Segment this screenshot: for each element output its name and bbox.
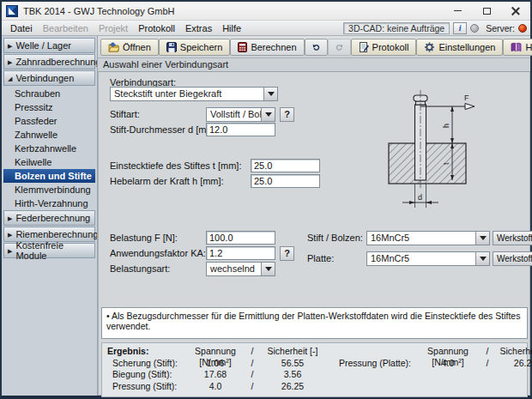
- einstecktiefe-label: Einstecktiefe des Stiftes t [mm]:: [110, 159, 241, 172]
- chevron-right-icon: ▶: [8, 248, 12, 254]
- sidebar-item-keilwelle[interactable]: Keilwelle: [3, 155, 95, 169]
- close-button[interactable]: [501, 2, 530, 20]
- menu-hilfe[interactable]: Hilfe: [217, 22, 246, 34]
- redo-icon: [336, 42, 343, 51]
- server-label: Server:: [486, 23, 515, 33]
- title-bar: TBK 2014 - GWJ Technology GmbH: [2, 2, 530, 21]
- menu-bar: Datei Bearbeiten Projekt Protokoll Extra…: [2, 21, 530, 36]
- chevron-down-icon[interactable]: [261, 108, 275, 121]
- col-header-sicherheit: Sicherheit [-]: [258, 346, 327, 358]
- result-row-pressung-platte: Pressung (Platte): 4.0 / 26.25: [327, 358, 532, 370]
- menu-projekt: Projekt: [94, 22, 133, 34]
- result-row-pressung-stift: Pressung (Stift): 4.0 / 26.25: [106, 381, 327, 393]
- stiftart-help-button[interactable]: ?: [280, 107, 294, 122]
- open-folder-icon: [108, 42, 119, 52]
- undo-button[interactable]: [305, 39, 328, 56]
- result-row-biegung-stift: Biegung (Stift): 17.68 / 3.56: [106, 369, 327, 381]
- menu-bearbeiten: Bearbeiten: [38, 22, 94, 34]
- anwendungsfaktor-label: Anwendungsfaktor KA:: [110, 246, 206, 260]
- chevron-right-icon: ▶: [8, 232, 12, 238]
- help-button[interactable]: Hilfe: [503, 39, 532, 56]
- chevron-down-icon[interactable]: [263, 88, 277, 100]
- sidebar-group-zahnradberechnung[interactable]: ▶ Zahnradberechnung: [3, 54, 95, 70]
- calculator-icon: [238, 42, 247, 52]
- sidebar-group-welle-lager[interactable]: ▶ Welle / Lager: [3, 38, 95, 53]
- chevron-right-icon: ▶: [8, 43, 12, 49]
- platte-werkstoff-label: Platte:: [307, 251, 334, 265]
- server-status-led: [518, 24, 527, 33]
- chevron-right-icon: ▶: [8, 59, 12, 65]
- col-header-spannung: Spannung [N/mm²]: [184, 346, 246, 358]
- maximize-button[interactable]: [472, 2, 501, 20]
- durchmesser-input[interactable]: [206, 123, 275, 136]
- stift-werkstoff-dropdown[interactable]: 16MnCr5: [366, 231, 490, 245]
- calculate-button[interactable]: Berechnen: [230, 39, 304, 56]
- chevron-down-icon[interactable]: [475, 232, 489, 245]
- sidebar-item-bolzen-und-stifte[interactable]: Bolzen und Stifte: [3, 169, 95, 183]
- sidebar-item-passfeder[interactable]: Passfeder: [3, 114, 95, 128]
- sidebar-item-hirth-verzahnung[interactable]: Hirth-Verzahnung: [3, 196, 95, 210]
- belastungsart-label: Belastungsart:: [110, 262, 170, 275]
- col-header-spannung: Spannung [N/mm²]: [414, 346, 481, 358]
- result-row-scherung-stift: Scherung (Stift): 1.06 / 56.55: [106, 358, 327, 370]
- anwendungsfaktor-input[interactable]: [206, 246, 275, 260]
- toolbar: Öffnen Speichern: [98, 36, 530, 58]
- menu-protokoll[interactable]: Protokoll: [133, 22, 180, 34]
- results-right-table: Spannung [N/mm²] / Sicherheit [-] Pressu…: [327, 346, 532, 392]
- diameter-label: d: [418, 193, 422, 202]
- menu-extras[interactable]: Extras: [180, 22, 217, 34]
- chevron-down-icon[interactable]: [475, 252, 489, 265]
- window-title: TBK 2014 - GWJ Technology GmbH: [23, 6, 174, 16]
- open-button[interactable]: Öffnen: [100, 39, 159, 56]
- force-arrow-icon: [465, 104, 475, 110]
- sidebar-group-federberechnung[interactable]: ▶ Federberechnung: [3, 210, 95, 226]
- save-button[interactable]: Speichern: [159, 39, 231, 56]
- chevron-right-icon: ▶: [8, 215, 12, 221]
- belastung-input[interactable]: [206, 231, 275, 245]
- menu-datei[interactable]: Datei: [5, 22, 38, 34]
- gear-icon: [424, 42, 435, 52]
- stift-werkstoff-label: Stift / Bolzen:: [307, 231, 363, 245]
- results-panel: Ergebnis: Spannung [N/mm²] / Sicherheit …: [101, 342, 528, 397]
- close-icon: [511, 7, 520, 15]
- sidebar-item-klemmverbindung[interactable]: Klemmverbindung: [3, 183, 95, 196]
- belastung-label: Belastung F [N]:: [110, 231, 178, 245]
- sidebar-navigation: ▶ Welle / Lager ▶ Zahnradberechnung ◢ Ve…: [2, 36, 98, 396]
- sidebar-item-zahnwelle[interactable]: Zahnwelle: [3, 128, 95, 142]
- sidebar-group-kostenfreie-module[interactable]: ▶ Kostenfreie Module: [3, 243, 95, 258]
- chevron-down-icon[interactable]: [261, 263, 275, 275]
- stift-werkstoff-button[interactable]: Werkstoff: [493, 231, 532, 245]
- cad-status-box: 3D-CAD: keine Aufträge: [343, 22, 450, 34]
- app-window: TBK 2014 - GWJ Technology GmbH Datei Bea…: [0, 0, 532, 399]
- force-label: F: [464, 94, 469, 102]
- protocol-button[interactable]: Protokoll: [351, 39, 417, 56]
- belastungsart-dropdown[interactable]: wechselnd: [206, 262, 275, 276]
- plate-hatched: [389, 143, 466, 184]
- platte-werkstoff-button[interactable]: Werkstoff: [493, 251, 532, 266]
- results-title: Ergebnis:: [106, 346, 184, 358]
- note-box: • Als Bezugsdurchmesser für die Ermittlu…: [101, 307, 528, 339]
- hebelarm-input[interactable]: [251, 174, 320, 188]
- cad-status-led: [470, 24, 479, 33]
- sidebar-item-schrauben[interactable]: Schrauben: [3, 87, 95, 100]
- lever-arm-label: h: [442, 124, 450, 128]
- sidebar-group-verbindungen[interactable]: ◢ Verbindungen: [3, 70, 95, 86]
- info-button[interactable]: i: [453, 22, 467, 34]
- einstecktiefe-input[interactable]: [251, 159, 320, 172]
- redo-button: [328, 39, 351, 56]
- verbindungsart-dropdown[interactable]: Steckstift unter Biegekraft: [110, 87, 278, 101]
- anwendungsfaktor-help-button[interactable]: ?: [280, 246, 294, 261]
- stiftart-label: Stiftart:: [110, 107, 140, 121]
- settings-button[interactable]: Einstellungen: [416, 39, 503, 56]
- platte-werkstoff-dropdown[interactable]: 16MnCr5: [366, 251, 490, 266]
- form-panel: Verbindungsart: Steckstift unter Biegekr…: [98, 72, 530, 396]
- undo-icon: [312, 42, 320, 51]
- sidebar-item-presssitz[interactable]: Presssitz: [3, 100, 95, 114]
- hebelarm-label: Hebelarm der Kraft h [mm]:: [110, 174, 224, 188]
- save-disk-icon: [166, 42, 177, 52]
- col-header-sicherheit: Sicherheit [-]: [493, 346, 532, 358]
- stiftart-dropdown[interactable]: Vollstift / Bolzen: [206, 107, 275, 122]
- sidebar-item-kerbzahnwelle[interactable]: Kerbzahnwelle: [3, 142, 95, 155]
- section-title: Auswahl einer Verbindungsart: [98, 58, 530, 72]
- minimize-button[interactable]: [443, 2, 472, 20]
